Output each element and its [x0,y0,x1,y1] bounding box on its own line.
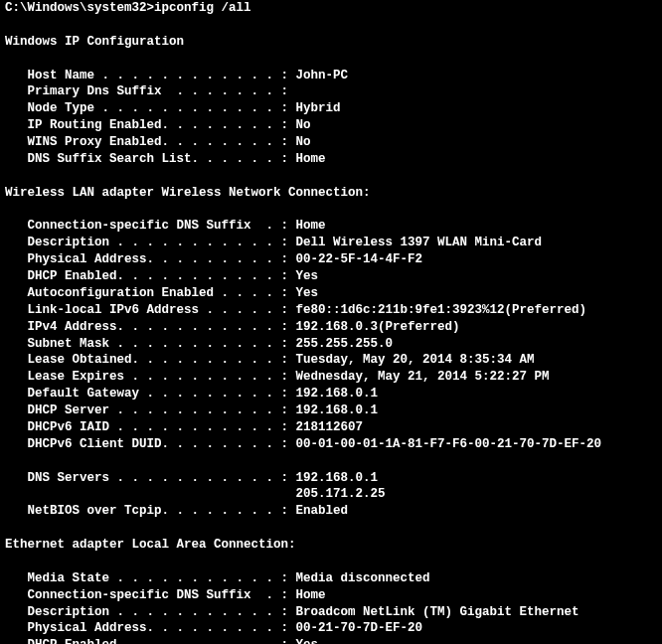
eth-media-state: Media State . . . . . . . . . . . : Medi… [5,570,657,587]
wlan-description: Description . . . . . . . . . . . : Dell… [5,235,657,251]
wlan-dhcp-server: DHCP Server . . . . . . . . . . . : 192.… [5,402,657,419]
blank-line [5,453,657,470]
wlan-ipv4-address: IPv4 Address. . . . . . . . . . . : 192.… [5,319,657,336]
eth-description: Description . . . . . . . . . . . : Broa… [5,604,657,621]
blank-line [5,202,657,219]
wlan-dhcpv6-iaid: DHCPv6 IAID . . . . . . . . . . . : 2181… [5,419,657,436]
wlan-adapter-header: Wireless LAN adapter Wireless Network Co… [5,185,657,202]
blank-line [5,554,657,570]
wlan-dhcp-enabled: DHCP Enabled. . . . . . . . . . . : Yes [5,268,657,285]
blank-line [5,168,657,185]
wlan-lease-expires: Lease Expires . . . . . . . . . . : Wedn… [5,369,657,386]
wlan-dhcpv6-duid: DHCPv6 Client DUID. . . . . . . . : 00-0… [5,436,657,453]
ethernet-adapter-header: Ethernet adapter Local Area Connection: [5,537,657,554]
wlan-dns-server-2: 205.171.2.25 [5,486,657,503]
eth-conn-dns-suffix: Connection-specific DNS Suffix . : Home [5,587,657,604]
wlan-lease-obtained: Lease Obtained. . . . . . . . . . : Tues… [5,352,657,369]
blank-line [5,17,657,34]
wlan-dns-server-1: DNS Servers . . . . . . . . . . . : 192.… [5,470,657,487]
dns-suffix-search-list: DNS Suffix Search List. . . . . . : Home [5,151,657,168]
wlan-physical-address: Physical Address. . . . . . . . . : 00-2… [5,251,657,268]
ip-routing-enabled: IP Routing Enabled. . . . . . . . : No [5,117,657,134]
wlan-default-gateway: Default Gateway . . . . . . . . . : 192.… [5,386,657,402]
node-type: Node Type . . . . . . . . . . . . : Hybr… [5,100,657,117]
wlan-link-local-ipv6: Link-local IPv6 Address . . . . . : fe80… [5,302,657,319]
blank-line [5,520,657,537]
eth-dhcp-enabled: DHCP Enabled. . . . . . . . . . . : Yes [5,637,657,644]
wlan-autoconfig-enabled: Autoconfiguration Enabled . . . . : Yes [5,285,657,302]
config-title: Windows IP Configuration [5,34,657,51]
primary-dns-suffix: Primary Dns Suffix . . . . . . . : [5,83,657,100]
wins-proxy-enabled: WINS Proxy Enabled. . . . . . . . : No [5,134,657,151]
wlan-subnet-mask: Subnet Mask . . . . . . . . . . . : 255.… [5,336,657,353]
wlan-netbios: NetBIOS over Tcpip. . . . . . . . : Enab… [5,503,657,520]
host-name: Host Name . . . . . . . . . . . . : John… [5,68,657,84]
wlan-conn-dns-suffix: Connection-specific DNS Suffix . : Home [5,218,657,235]
command-prompt: C:\Windows\system32>ipconfig /all [5,0,657,17]
blank-line [5,51,657,68]
eth-physical-address: Physical Address. . . . . . . . . : 00-2… [5,620,657,637]
